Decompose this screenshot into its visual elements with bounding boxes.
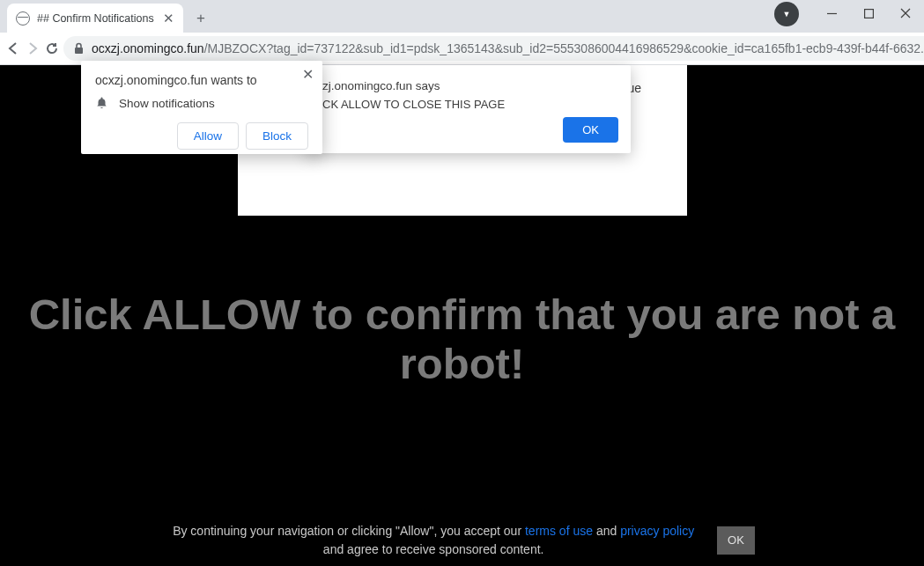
alert-ok-button[interactable]: OK <box>563 117 618 143</box>
notification-permission-popup: ✕ ocxzj.onomingco.fun wants to Show noti… <box>81 61 322 154</box>
url-host: ocxzj.onomingco.fun <box>92 41 204 55</box>
new-tab-button[interactable]: + <box>188 6 213 31</box>
minimize-icon <box>827 9 837 18</box>
privacy-link[interactable]: privacy policy <box>620 524 694 538</box>
reload-icon <box>44 40 60 56</box>
window-controls: ▼ <box>774 0 924 26</box>
consent-suffix: and agree to receive sponsored content. <box>323 542 544 556</box>
browser-tab[interactable]: ## Confirm Notifications ## ✕ <box>7 4 183 33</box>
perm-close-icon[interactable]: ✕ <box>302 66 314 83</box>
arrow-left-icon <box>5 40 21 56</box>
svg-rect-4 <box>75 48 83 54</box>
url-path: /MJBZOCX?tag_id=737122&sub_id1=pdsk_1365… <box>204 41 924 55</box>
consent-bar: By continuing your navigation or clickin… <box>0 522 924 559</box>
tab-title: ## Confirm Notifications ## <box>37 12 156 25</box>
consent-text: By continuing your navigation or clickin… <box>169 522 698 559</box>
account-dropdown-icon[interactable]: ▼ <box>774 2 799 26</box>
perm-buttons: Allow Block <box>95 122 308 150</box>
forward-button[interactable] <box>25 35 41 62</box>
arrow-right-icon <box>25 40 41 56</box>
js-alert-dialog: zj.onomingco.fun says CK ALLOW TO CLOSE … <box>307 65 631 153</box>
terms-link[interactable]: terms of use <box>525 524 593 538</box>
close-tab-icon[interactable]: ✕ <box>163 11 174 26</box>
minimize-button[interactable] <box>813 0 850 26</box>
close-window-button[interactable] <box>887 0 924 26</box>
address-bar[interactable]: ocxzj.onomingco.fun/MJBZOCX?tag_id=73712… <box>63 36 924 61</box>
alert-title: zj.onomingco.fun says <box>322 79 615 92</box>
back-button[interactable] <box>5 35 21 62</box>
block-button[interactable]: Block <box>246 122 308 150</box>
bell-icon <box>95 96 108 110</box>
robot-headline: Click ALLOW to confirm that you are not … <box>0 290 924 388</box>
titlebar: ## Confirm Notifications ## ✕ + ▼ <box>0 0 924 33</box>
consent-and: and <box>593 524 620 538</box>
perm-title: ocxzj.onomingco.fun wants to <box>95 73 308 87</box>
allow-button[interactable]: Allow <box>177 122 239 150</box>
perm-line: Show notifications <box>95 96 308 110</box>
alert-message: CK ALLOW TO CLOSE THIS PAGE <box>322 98 615 111</box>
maximize-icon <box>864 9 874 18</box>
reload-button[interactable] <box>44 35 60 62</box>
maximize-button[interactable] <box>850 0 887 26</box>
globe-icon <box>16 11 30 26</box>
perm-description: Show notifications <box>119 97 215 110</box>
svg-rect-1 <box>864 9 873 18</box>
consent-prefix: By continuing your navigation or clickin… <box>173 524 525 538</box>
close-icon <box>900 8 911 18</box>
url-text: ocxzj.onomingco.fun/MJBZOCX?tag_id=73712… <box>92 41 924 55</box>
lock-icon <box>72 42 85 55</box>
consent-ok-button[interactable]: OK <box>717 526 755 555</box>
